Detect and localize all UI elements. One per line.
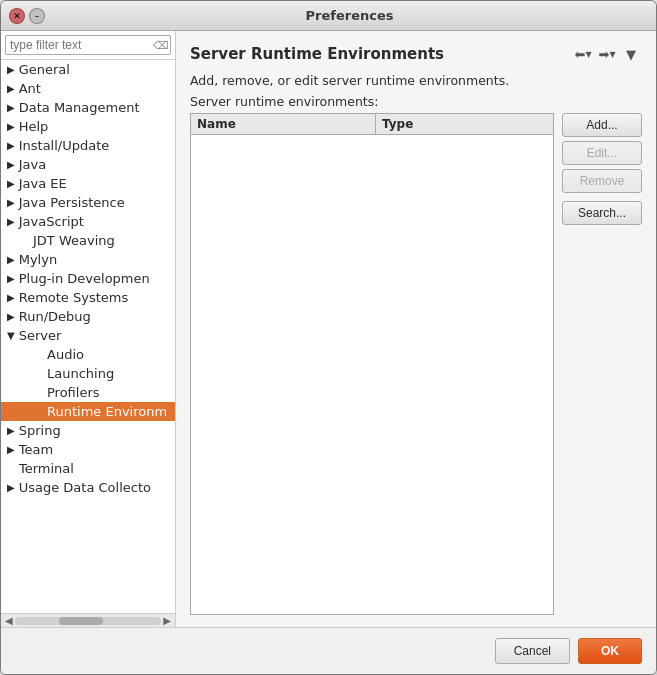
titlebar: ✕ – Preferences <box>1 1 656 31</box>
sidebar-item-launching[interactable]: Launching <box>1 364 175 383</box>
sidebar-item-label: Launching <box>47 366 114 381</box>
scroll-thumb[interactable] <box>59 617 103 625</box>
close-button[interactable]: ✕ <box>9 8 25 24</box>
sidebar-item-help[interactable]: ▶Help <box>1 117 175 136</box>
arrow-icon: ▶ <box>7 425 15 436</box>
sidebar-item-remote-systems[interactable]: ▶Remote Systems <box>1 288 175 307</box>
sidebar-item-plugin-development[interactable]: ▶Plug-in Developmen <box>1 269 175 288</box>
sidebar-item-label: Java <box>19 157 46 172</box>
scroll-right-icon[interactable]: ▶ <box>161 615 173 626</box>
remove-button[interactable]: Remove <box>562 169 642 193</box>
sidebar-item-usage-data[interactable]: ▶Usage Data Collecto <box>1 478 175 497</box>
dropdown-icon: ▼ <box>626 47 636 62</box>
arrow-icon: ▶ <box>7 311 15 322</box>
sidebar-item-label: JDT Weaving <box>33 233 115 248</box>
environments-label: Server runtime environments: <box>190 94 642 109</box>
back-button[interactable]: ⬅ ▼ <box>572 43 594 65</box>
sidebar-item-ant[interactable]: ▶Ant <box>1 79 175 98</box>
sidebar-item-audio[interactable]: Audio <box>1 345 175 364</box>
cancel-button[interactable]: Cancel <box>495 638 570 664</box>
sidebar-item-java-persistence[interactable]: ▶Java Persistence <box>1 193 175 212</box>
sidebar-item-label: Mylyn <box>19 252 57 267</box>
sidebar-item-label: Remote Systems <box>19 290 129 305</box>
add-button[interactable]: Add... <box>562 113 642 137</box>
back-dropdown-icon: ▼ <box>585 50 591 59</box>
tree-area[interactable]: ▶General▶Ant▶Data Management▶Help▶Instal… <box>1 60 175 613</box>
col-name: Name <box>191 114 376 134</box>
sidebar-item-label: Ant <box>19 81 41 96</box>
arrow-icon: ▶ <box>7 102 15 113</box>
scroll-left-icon[interactable]: ◀ <box>3 615 15 626</box>
ok-button[interactable]: OK <box>578 638 642 664</box>
sidebar-item-server[interactable]: ▼Server <box>1 326 175 345</box>
sidebar-item-java[interactable]: ▶Java <box>1 155 175 174</box>
sidebar-item-run-debug[interactable]: ▶Run/Debug <box>1 307 175 326</box>
sidebar-item-spring[interactable]: ▶Spring <box>1 421 175 440</box>
sidebar-item-general[interactable]: ▶General <box>1 60 175 79</box>
forward-icon: ➡ <box>598 47 609 62</box>
scroll-track[interactable] <box>15 617 162 625</box>
desc-span: Add, remove, or edit server runtime envi… <box>190 73 509 88</box>
preferences-window: ✕ – Preferences ⌫ ▶General▶Ant▶Data Mana… <box>0 0 657 675</box>
sidebar-item-mylyn[interactable]: ▶Mylyn <box>1 250 175 269</box>
footer: Cancel OK <box>1 627 656 674</box>
arrow-icon: ▶ <box>7 197 15 208</box>
sidebar-item-java-ee[interactable]: ▶Java EE <box>1 174 175 193</box>
environments-table[interactable]: Name Type <box>190 113 554 615</box>
arrow-icon: ▶ <box>7 273 15 284</box>
sidebar-item-terminal[interactable]: Terminal <box>1 459 175 478</box>
sidebar-item-label: Java EE <box>19 176 67 191</box>
arrow-icon: ▶ <box>7 292 15 303</box>
filter-box: ⌫ <box>1 31 175 60</box>
forward-button[interactable]: ➡ ▼ <box>596 43 618 65</box>
main-title: Server Runtime Environments <box>190 45 444 63</box>
sidebar-item-label: Spring <box>19 423 61 438</box>
sidebar-item-label: Data Management <box>19 100 140 115</box>
filter-clear-icon[interactable]: ⌫ <box>153 39 169 52</box>
table-body[interactable] <box>191 135 553 614</box>
window-controls: ✕ – <box>9 8 45 24</box>
window-title: Preferences <box>51 8 648 23</box>
arrow-icon: ▶ <box>7 64 15 75</box>
sidebar-item-label: Runtime Environm <box>47 404 167 419</box>
arrow-icon: ▶ <box>7 121 15 132</box>
sidebar-item-label: Audio <box>47 347 84 362</box>
sidebar-item-data-management[interactable]: ▶Data Management <box>1 98 175 117</box>
back-icon: ⬅ <box>574 47 585 62</box>
description-text: Add, remove, or edit server runtime envi… <box>190 73 642 88</box>
search-button[interactable]: Search... <box>562 201 642 225</box>
menu-dropdown-button[interactable]: ▼ <box>620 43 642 65</box>
sidebar-item-label: Team <box>19 442 53 457</box>
arrow-icon: ▶ <box>7 254 15 265</box>
minimize-button[interactable]: – <box>29 8 45 24</box>
arrow-icon: ▶ <box>7 482 15 493</box>
sidebar-item-team[interactable]: ▶Team <box>1 440 175 459</box>
arrow-icon: ▶ <box>7 140 15 151</box>
sidebar-item-jdt-weaving[interactable]: JDT Weaving <box>1 231 175 250</box>
table-header: Name Type <box>191 114 553 135</box>
sidebar-item-label: Plug-in Developmen <box>19 271 150 286</box>
sidebar-item-runtime-environments[interactable]: Runtime Environm <box>1 402 175 421</box>
action-buttons: Add... Edit... Remove Search... <box>562 113 642 615</box>
sidebar-item-label: Server <box>19 328 62 343</box>
sidebar: ⌫ ▶General▶Ant▶Data Management▶Help▶Inst… <box>1 31 176 627</box>
sidebar-item-install-update[interactable]: ▶Install/Update <box>1 136 175 155</box>
sidebar-item-javascript[interactable]: ▶JavaScript <box>1 212 175 231</box>
arrow-icon: ▶ <box>7 83 15 94</box>
col-type: Type <box>376 114 553 134</box>
toolbar-icons: ⬅ ▼ ➡ ▼ ▼ <box>572 43 642 65</box>
horizontal-scrollbar[interactable]: ◀ ▶ <box>1 613 175 627</box>
sidebar-item-profilers[interactable]: Profilers <box>1 383 175 402</box>
edit-button[interactable]: Edit... <box>562 141 642 165</box>
table-and-buttons: Name Type Add... Edit... Remove Search..… <box>190 113 642 615</box>
main-header: Server Runtime Environments ⬅ ▼ ➡ ▼ ▼ <box>190 43 642 65</box>
filter-input[interactable] <box>5 35 171 55</box>
sidebar-item-label: Java Persistence <box>19 195 125 210</box>
forward-dropdown-icon: ▼ <box>609 50 615 59</box>
arrow-icon: ▶ <box>7 178 15 189</box>
main-panel: Server Runtime Environments ⬅ ▼ ➡ ▼ ▼ <box>176 31 656 627</box>
close-icon: ✕ <box>13 11 21 21</box>
content-area: ⌫ ▶General▶Ant▶Data Management▶Help▶Inst… <box>1 31 656 627</box>
arrow-icon: ▶ <box>7 216 15 227</box>
sidebar-item-label: Terminal <box>19 461 74 476</box>
